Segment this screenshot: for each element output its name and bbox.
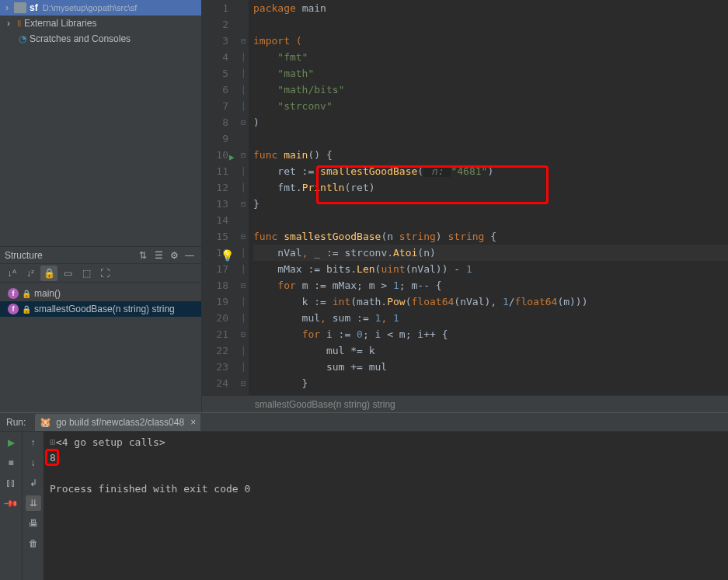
structure-item-main[interactable]: f 🔒 main() (0, 286, 201, 301)
code-body[interactable]: package main import ( "fmt" "math" "math… (249, 0, 728, 395)
filter-icon[interactable]: ☰ (152, 248, 165, 262)
scroll-icon[interactable]: ⇊ (26, 495, 41, 511)
down-icon[interactable]: ↓ (26, 455, 41, 471)
breadcrumb-label: smallestGoodBase(n string) string (255, 399, 395, 410)
run-toolbar-left: ▶ ■ ⫿⫿ 📌 (0, 432, 22, 580)
gear-icon[interactable]: ⚙ (167, 248, 181, 262)
structure-panel: Structure ⇅ ☰ ⚙ — ↓ᴬ ↓ᶻ 🔒 ▭ ⬚ ⛶ f 🔒 main… (0, 247, 201, 412)
go-icon: 🐹 (40, 417, 51, 428)
external-libraries-label: External Libraries (24, 18, 96, 29)
sort-visibility-icon[interactable]: ↓ᶻ (22, 266, 39, 281)
fold-column: ⊟│ │││⊟ ⊟││ ⊟⊟│ │⊟││ ⊟││⊟ (238, 0, 249, 395)
folder-icon (14, 2, 26, 13)
structure-body: f 🔒 main() f 🔒 smallestGoodBase(n string… (0, 283, 201, 320)
show-private-icon[interactable]: 🔒 (40, 266, 57, 281)
structure-item-smallestgoodbase[interactable]: f 🔒 smallestGoodBase(n string) string (0, 301, 201, 317)
trash-icon[interactable]: 🗑 (26, 536, 41, 551)
scratches-icon: ◔ (19, 33, 26, 44)
rerun-icon[interactable]: ▶ (3, 435, 19, 450)
fold-icon[interactable]: ⊞ (50, 436, 56, 448)
run-label: Run: (6, 417, 26, 428)
project-path: D:\mysetup\gopath\src\sf (43, 3, 138, 12)
run-header: Run: 🐹 go build sf/newclass2/class048 × (0, 413, 728, 432)
run-tab[interactable]: 🐹 go build sf/newclass2/class048 × (35, 414, 200, 431)
function-icon: f (8, 304, 19, 314)
console-line: Process finished with exit code 0 (50, 483, 250, 495)
code-area[interactable]: 1234 5678 9101112 13141516 17181920 2122… (202, 0, 728, 395)
stop-icon[interactable]: ■ (3, 455, 19, 471)
up-icon[interactable]: ↑ (26, 435, 41, 450)
function-icon: f (8, 288, 19, 299)
structure-title: Structure (5, 250, 134, 261)
external-libraries-row[interactable]: › ⫴ External Libraries (0, 16, 201, 31)
autoscroll-icon[interactable]: ⬚ (78, 266, 95, 281)
structure-item-label: smallestGoodBase(n string) string (34, 304, 175, 314)
minimize-icon[interactable]: — (183, 248, 197, 262)
console-output[interactable]: ⊞<4 go setup calls> 8 Process finished w… (44, 432, 728, 580)
layout-icon[interactable]: ⫿⫿ (3, 475, 19, 491)
scratches-label: Scratches and Consoles (30, 33, 131, 44)
run-gutter-icon[interactable]: ▶ (229, 149, 235, 165)
run-tab-label: go build sf/newclass2/class048 (56, 417, 184, 428)
print-icon[interactable]: 🖶 (26, 516, 41, 531)
breadcrumb[interactable]: smallestGoodBase(n string) string (202, 395, 728, 412)
scratches-row[interactable]: ◔ Scratches and Consoles (0, 31, 201, 47)
wrap-icon[interactable]: ↲ (26, 475, 41, 491)
structure-header: Structure ⇅ ☰ ⚙ — (0, 247, 201, 264)
run-toolbar-right: ↑ ↓ ↲ ⇊ 🖶 🗑 (22, 432, 44, 580)
chevron-right-icon[interactable]: › (5, 18, 12, 29)
intention-bulb-icon[interactable]: 💡 (221, 248, 234, 264)
close-icon[interactable]: × (190, 417, 196, 428)
lock-icon: 🔒 (22, 305, 31, 314)
expand-icon[interactable]: ⛶ (96, 266, 113, 281)
sort-icon[interactable]: ⇅ (136, 248, 150, 262)
run-tool-window: Run: 🐹 go build sf/newclass2/class048 × … (0, 412, 728, 580)
structure-toolbar: ↓ᴬ ↓ᶻ 🔒 ▭ ⬚ ⛶ (0, 264, 201, 283)
left-panel: › sf D:\mysetup\gopath\src\sf › ⫴ Extern… (0, 0, 202, 412)
lock-icon: 🔒 (22, 290, 31, 298)
structure-item-label: main() (34, 288, 61, 299)
project-tree: › sf D:\mysetup\gopath\src\sf › ⫴ Extern… (0, 0, 201, 247)
run-body: ▶ ■ ⫿⫿ 📌 ↑ ↓ ↲ ⇊ 🖶 🗑 ⊞<4 go setup calls>… (0, 432, 728, 580)
console-line: 8 (50, 452, 56, 464)
sort-alpha-icon[interactable]: ↓ᴬ (3, 266, 20, 281)
project-root-row[interactable]: › sf D:\mysetup\gopath\src\sf (0, 0, 201, 16)
pin-icon[interactable]: 📌 (0, 492, 22, 514)
console-line: <4 go setup calls> (56, 436, 165, 448)
gutter: 1234 5678 9101112 13141516 17181920 2122… (202, 0, 238, 395)
chevron-right-icon[interactable]: › (3, 2, 11, 13)
editor: 1234 5678 9101112 13141516 17181920 2122… (202, 0, 728, 412)
library-icon: ⫴ (17, 18, 21, 29)
project-name: sf (30, 2, 38, 13)
show-packages-icon[interactable]: ▭ (59, 266, 76, 281)
